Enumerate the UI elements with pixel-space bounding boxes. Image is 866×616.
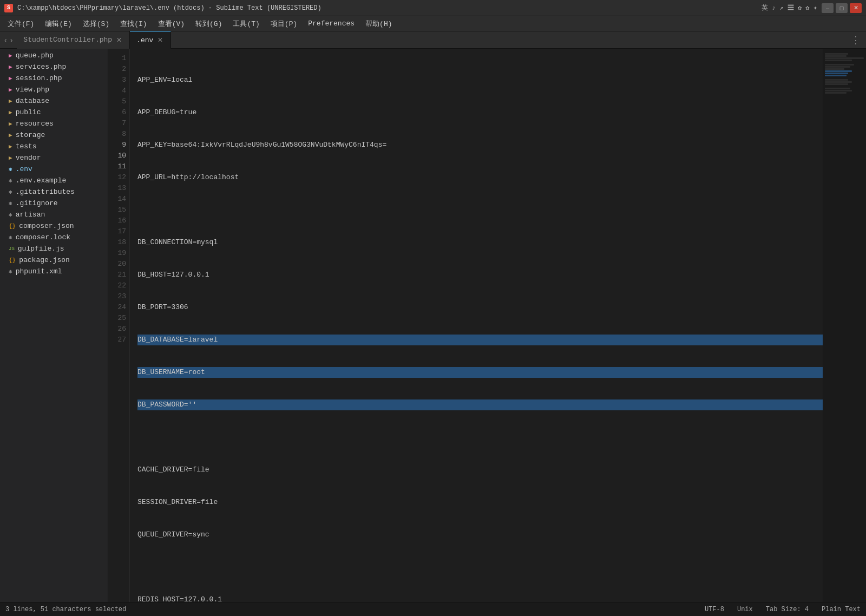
tab-student-label: StudentController.php [23,36,112,44]
menu-project[interactable]: 项目(P) [265,17,303,31]
menu-goto[interactable]: 转到(G) [190,17,227,31]
file-icon-artisan: ✱ [9,211,12,218]
sidebar-item-session-php[interactable]: ▶ session.php [0,73,108,84]
tab-more-button[interactable]: ⋮ [845,34,866,46]
menu-bar: 文件(F) 编辑(E) 选择(S) 查找(I) 查看(V) 转到(G) 工具(T… [0,16,866,31]
status-syntax[interactable]: Plain Text [822,606,861,613]
menu-help[interactable]: 帮助(H) [360,17,397,31]
minimap-line [825,53,848,55]
code-editor[interactable]: 1 2 3 4 5 6 7 8 9 10 11 12 13 14 15 16 1… [108,49,866,602]
menu-edit[interactable]: 编辑(E) [40,17,77,31]
sidebar-item-package-json[interactable]: {} package.json [0,254,108,266]
code-text-11: DB_PASSWORD='' [137,399,196,410]
sidebar-item-services-php[interactable]: ▶ services.php [0,61,108,73]
sidebar-item-tests[interactable]: ▶ tests [0,141,108,152]
tab-env-close[interactable]: ✕ [156,36,164,44]
file-icon-services: ▶ [9,63,12,70]
sidebar-item-gitattributes[interactable]: ✱ .gitattributes [0,186,108,198]
code-content[interactable]: APP_ENV=local APP_DEBUG=true APP_KEY=bas… [130,49,823,602]
tab-env[interactable]: .env ✕ [130,31,171,49]
sidebar-item-queue-php[interactable]: ▶ queue.php [0,50,108,61]
sidebar-label-env-example: .env.example [16,176,67,185]
folder-icon-public: ▶ [9,109,12,116]
sidebar-label-queue: queue.php [16,51,54,60]
line-num-2: 2 [108,64,126,75]
sidebar-label-composer-lock: composer.lock [16,233,70,241]
sidebar-item-composer-lock[interactable]: ✱ composer.lock [0,232,108,243]
tab-env-label: .env [136,36,153,44]
sidebar-item-resources[interactable]: ▶ resources [0,118,108,129]
code-line-4: APP_URL=http://localhost [137,172,823,183]
sidebar-item-artisan[interactable]: ✱ artisan [0,209,108,220]
minimap-line-sel [825,70,852,72]
sidebar-item-view-php[interactable]: ▶ view.php [0,84,108,95]
file-icon-session: ▶ [9,75,12,82]
folder-icon-resources: ▶ [9,120,12,127]
code-text-5 [137,205,142,215]
menu-view[interactable]: 查看(V) [153,17,190,31]
folder-icon-storage: ▶ [9,132,12,139]
maximize-button[interactable]: □ [836,3,848,13]
menu-file[interactable]: 文件(F) [2,17,40,31]
sidebar-label-gitignore: .gitignore [16,199,58,207]
sidebar-item-composer-json[interactable]: {} composer.json [0,220,108,232]
minimap-line [825,79,848,81]
line-num-12: 12 [108,172,126,183]
menu-find[interactable]: 查找(I) [115,17,152,31]
tab-student-close[interactable]: ✕ [115,36,123,44]
minimap-line-sel [825,75,847,76]
sidebar-label-env: .env [16,165,32,173]
sidebar-item-vendor[interactable]: ▶ vendor [0,152,108,163]
code-line-5 [137,205,823,215]
minimap-line [825,81,852,83]
sidebar-item-public[interactable]: ▶ public [0,107,108,118]
code-line-1: APP_ENV=local [137,75,823,86]
line-numbers: 1 2 3 4 5 6 7 8 9 10 11 12 13 14 15 16 1… [108,49,130,602]
line-num-5: 5 [108,96,126,107]
status-encoding[interactable]: UTF-8 [705,606,724,613]
line-num-14: 14 [108,194,126,205]
minimize-button[interactable]: – [822,3,834,13]
minimap-line [825,92,847,94]
line-num-1: 1 [108,53,126,64]
file-icon-composer-json: {} [9,223,16,230]
file-icon-package-json: {} [9,257,16,264]
line-num-10: 10 [108,150,126,161]
menu-tools[interactable]: 工具(T) [227,17,265,31]
tab-next-button[interactable]: › [9,36,14,44]
line-num-6: 6 [108,107,126,118]
sidebar-item-phpunit[interactable]: ✱ phpunit.xml [0,266,108,277]
menu-select[interactable]: 选择(S) [77,17,115,31]
minimap-line [825,64,854,65]
close-button[interactable]: ✕ [850,3,862,13]
menu-preferences[interactable]: Preferences [303,17,360,30]
line-num-11: 11 [108,161,126,172]
tab-prev-button[interactable]: ‹ [3,36,8,44]
tab-student-controller[interactable]: StudentController.php ✕ [17,31,130,49]
sidebar-item-storage[interactable]: ▶ storage [0,129,108,141]
line-num-27: 27 [108,335,126,345]
tab-nav-buttons: ‹ › [0,36,17,44]
sidebar-item-env-example[interactable]: ✱ .env.example [0,175,108,186]
status-tab-size[interactable]: Tab Size: 4 [766,606,809,613]
code-text-7: DB_HOST=127.0.0.1 [137,270,209,280]
sidebar-label-gulpfile: gulpfile.js [18,245,64,253]
minimap-line [825,83,848,85]
sidebar-item-gitignore[interactable]: ✱ .gitignore [0,198,108,209]
title-bar: S C:\xampp\htdocs\PHPprimary\laravel\.en… [0,0,866,16]
code-text-12 [137,432,142,443]
code-text-6: DB_CONNECTION=mysql [137,237,218,248]
sidebar-item-env[interactable]: ✱ .env [0,163,108,175]
sidebar-item-database[interactable]: ▶ database [0,95,108,107]
code-line-13: CACHE_DRIVER=file [137,464,823,475]
sidebar: ▶ queue.php ▶ services.php ▶ session.php… [0,49,108,602]
minimap-line [825,90,852,91]
sidebar-label-phpunit: phpunit.xml [16,267,62,276]
code-line-15: QUEUE_DRIVER=sync [137,529,823,540]
sidebar-item-gulpfile[interactable]: JS gulpfile.js [0,243,108,254]
status-bar: 3 lines, 51 characters selected UTF-8 Un… [0,602,866,616]
sidebar-label-tests: tests [16,142,37,150]
status-line-ending[interactable]: Unix [737,606,753,613]
code-line-11: DB_PASSWORD='' [137,399,823,410]
minimap [823,49,866,602]
